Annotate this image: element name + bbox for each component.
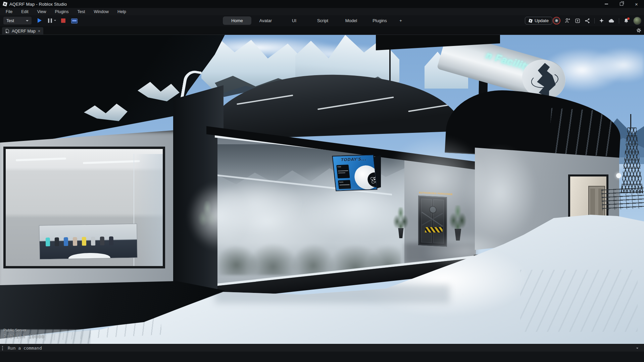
command-bar[interactable]: Run a command <box>0 344 644 352</box>
sign-panel-label: News <box>339 181 349 183</box>
cloud-icon[interactable] <box>608 18 614 23</box>
sign-info-panel: Date <box>336 165 350 178</box>
ceiling-light-strip <box>317 97 394 110</box>
interior-glass-reflection <box>134 154 163 266</box>
interior-light-strip <box>83 160 140 164</box>
toolbar: Test Home Avatar UI Script Model Plugins… <box>0 15 644 26</box>
ribbon-tabs: Home Avatar UI Script Model Plugins + <box>223 16 407 25</box>
menu-help[interactable]: Help <box>113 9 131 14</box>
insert-frame-icon[interactable] <box>575 18 580 23</box>
menu-window[interactable]: Window <box>90 9 113 14</box>
command-input[interactable]: Run a command <box>8 346 42 351</box>
document-tab-bar: AQERF Map × <box>0 26 644 35</box>
menu-edit[interactable]: Edit <box>17 9 33 14</box>
publish-status-overlay: Publish 10000 <box>3 333 45 339</box>
interior-light-strip <box>16 157 66 161</box>
user-avatar[interactable] <box>633 17 641 25</box>
restore-button[interactable] <box>614 0 629 8</box>
pause-button[interactable] <box>48 18 52 23</box>
atom-nucleus <box>374 179 375 180</box>
left-window-interior <box>6 149 163 266</box>
group-photo-poster <box>39 223 138 259</box>
pause-options-chevron-icon[interactable] <box>54 20 56 21</box>
restore-icon <box>620 2 623 6</box>
title-bar: AQERF Map - Roblox Studio × <box>0 0 644 8</box>
minimize-icon <box>605 4 608 4</box>
menu-plugins[interactable]: Plugins <box>51 9 73 14</box>
roblox-logo-icon <box>529 19 533 23</box>
poster-characters <box>46 237 113 247</box>
window-title: AQERF Map - Roblox Studio <box>9 2 67 7</box>
hanging-sign-title: TODAY'S... <box>340 157 366 162</box>
studio-session-red-ring-icon[interactable] <box>553 17 560 24</box>
roof-rib-lines <box>549 108 617 157</box>
ceiling-light-strip <box>237 95 293 105</box>
roblox-studio-logo-icon <box>3 2 7 8</box>
toolbar-divider <box>619 18 619 23</box>
tab-avatar[interactable]: Avatar <box>251 16 280 25</box>
tab-add[interactable]: + <box>394 16 407 25</box>
sign-panel-text-line <box>339 184 349 185</box>
update-button[interactable]: Update <box>525 17 552 24</box>
ai-assistant-sparkle-icon[interactable] <box>599 18 604 23</box>
update-label: Update <box>535 18 549 23</box>
tab-script[interactable]: Script <box>308 16 337 25</box>
tab-ui[interactable]: UI <box>280 16 308 25</box>
sign-skull-eye <box>367 172 377 187</box>
toolbar-divider <box>594 18 595 23</box>
test-mode-value: Test <box>6 18 14 23</box>
hazard-stripe <box>425 227 443 232</box>
chevron-down-icon <box>26 20 29 21</box>
document-tab-aqerf-map[interactable]: AQERF Map × <box>2 27 43 35</box>
tab-model[interactable]: Model <box>337 16 365 25</box>
close-button[interactable]: × <box>629 0 644 8</box>
share-icon[interactable] <box>585 18 590 23</box>
stop-button[interactable] <box>61 18 65 23</box>
document-tab-close-icon[interactable]: × <box>38 29 41 34</box>
menu-view[interactable]: View <box>33 9 51 14</box>
menu-test[interactable]: Test <box>73 9 90 14</box>
gear-icon[interactable] <box>636 28 641 34</box>
light-orb <box>616 173 621 178</box>
sign-panel-text-line <box>338 170 348 171</box>
close-icon: × <box>635 2 638 7</box>
mist-puff <box>463 146 537 240</box>
notification-badge <box>627 17 630 20</box>
poster-snow-mound <box>68 253 111 260</box>
3d-viewport[interactable]: n Facility <box>0 35 644 344</box>
left-building <box>0 129 176 289</box>
fence-rows <box>601 188 644 211</box>
document-tab-label: AQERF Map <box>12 29 36 34</box>
sign-panel-label: Date <box>338 165 348 168</box>
left-window-frame <box>3 147 165 268</box>
minimize-button[interactable] <box>599 0 614 8</box>
sign-panel-text-line <box>338 172 345 173</box>
bottom-strip <box>0 352 644 362</box>
add-collaborator-icon[interactable] <box>565 18 571 23</box>
radio-tower-mast <box>630 114 631 130</box>
place-document-icon <box>5 29 9 33</box>
tab-plugins[interactable]: Plugins <box>365 16 394 25</box>
banner-map-orbit-ring <box>530 71 559 90</box>
play-button[interactable] <box>38 18 42 23</box>
command-history-chevron-icon[interactable] <box>636 348 638 349</box>
server-type-overlay: Public Server <box>3 328 26 332</box>
menu-bar: File Edit View Plugins Test Window Help <box>0 8 644 15</box>
mist-puff <box>208 176 302 233</box>
tab-home[interactable]: Home <box>223 16 251 25</box>
notifications-bell-icon[interactable] <box>624 18 629 23</box>
drag-handle-icon[interactable] <box>2 348 3 349</box>
menu-file[interactable]: File <box>1 9 17 14</box>
test-mode-selector[interactable]: Test <box>3 17 32 24</box>
client-server-toggle-icon[interactable] <box>71 18 78 23</box>
snow-tracks-right <box>520 270 638 332</box>
